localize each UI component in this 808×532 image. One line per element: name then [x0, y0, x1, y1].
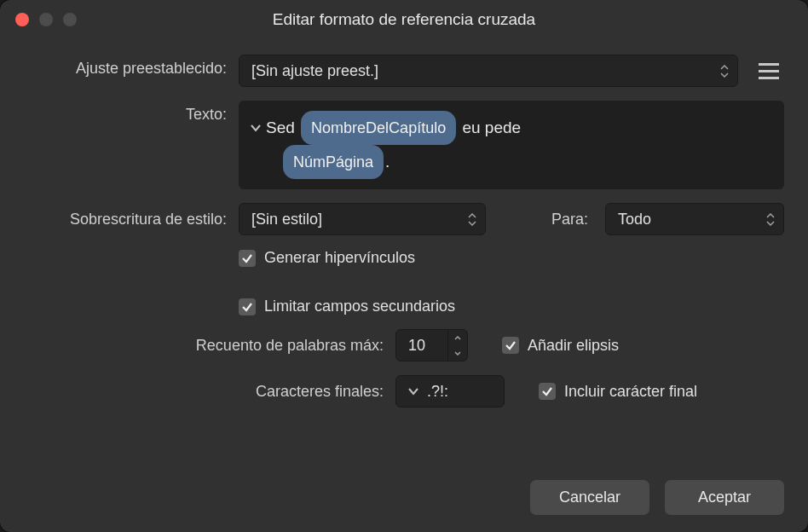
updown-icon [766, 213, 775, 226]
preset-label: Ajuste preestablecido: [24, 55, 239, 78]
dialog-window: Editar formato de referencia cruzada Aju… [0, 0, 808, 532]
menu-icon[interactable] [759, 58, 784, 84]
style-select[interactable]: [Sin estilo] [239, 203, 486, 235]
updown-icon [720, 65, 729, 78]
generate-hyperlinks-label: Generar hipervínculos [264, 249, 415, 267]
minimize-window-button [39, 13, 53, 26]
style-override-label: Sobrescritura de estilo: [24, 211, 239, 228]
max-words-label: Recuento de palabras máx: [24, 337, 395, 355]
for-select[interactable]: Todo [605, 203, 784, 235]
stepper-down[interactable] [448, 345, 467, 361]
limit-subfields-label: Limitar campos secundarios [264, 298, 455, 315]
window-title: Editar formato de referencia cruzada [0, 10, 808, 29]
add-ellipsis-checkbox[interactable] [502, 337, 519, 354]
end-chars-value: .?!: [427, 383, 448, 401]
generate-hyperlinks-checkbox[interactable] [239, 250, 256, 267]
updown-icon [468, 213, 476, 226]
for-label: Para: [551, 211, 597, 228]
text-mid: eu pede [458, 119, 521, 136]
maximize-window-button [63, 13, 77, 26]
style-value: [Sin estilo] [251, 211, 322, 228]
include-end-char-label: Incluir carácter final [564, 383, 697, 401]
max-words-value: 10 [396, 337, 447, 355]
limit-subfields-checkbox[interactable] [239, 298, 256, 315]
end-chars-field[interactable]: .?!: [395, 375, 505, 408]
text-editor[interactable]: Sed NombreDelCapítulo eu pede NúmPágina. [239, 101, 784, 189]
titlebar: Editar formato de referencia cruzada [0, 0, 808, 39]
close-window-button[interactable] [15, 13, 29, 26]
dialog-content: Ajuste preestablecido: [Sin ajuste prees… [0, 39, 808, 532]
token-chapter-name[interactable]: NombreDelCapítulo [301, 111, 456, 145]
max-words-stepper[interactable]: 10 [395, 329, 468, 361]
text-prefix: Sed [266, 119, 299, 136]
include-end-char-checkbox[interactable] [539, 383, 556, 400]
add-ellipsis-label: Añadir elipsis [528, 337, 619, 355]
text-label: Texto: [24, 101, 239, 124]
preset-value: [Sin ajuste preest.] [251, 62, 378, 80]
window-controls [15, 13, 77, 26]
dialog-buttons: Cancelar Aceptar [24, 463, 784, 515]
chevron-down-icon[interactable] [408, 385, 418, 398]
end-chars-label: Caracteres finales: [24, 383, 395, 401]
stepper-up[interactable] [448, 330, 467, 345]
for-value: Todo [618, 211, 651, 228]
accept-button[interactable]: Aceptar [665, 480, 784, 515]
cancel-button[interactable]: Cancelar [530, 480, 649, 515]
token-page-number[interactable]: NúmPágina [283, 145, 384, 179]
chevron-down-icon[interactable] [251, 119, 261, 140]
preset-select[interactable]: [Sin ajuste preest.] [239, 55, 738, 87]
text-suffix: . [385, 153, 390, 171]
